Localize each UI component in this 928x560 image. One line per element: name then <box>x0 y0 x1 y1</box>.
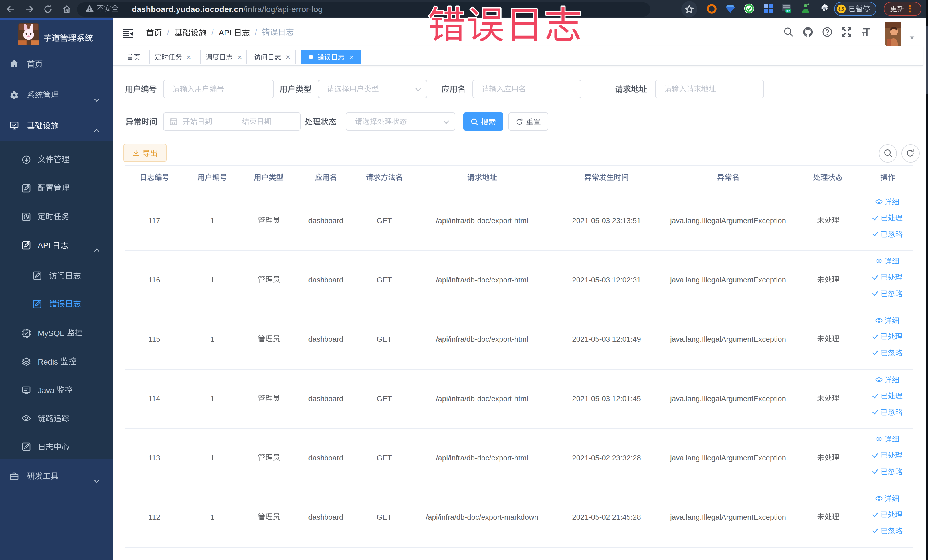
svg-text:on: on <box>786 9 791 13</box>
